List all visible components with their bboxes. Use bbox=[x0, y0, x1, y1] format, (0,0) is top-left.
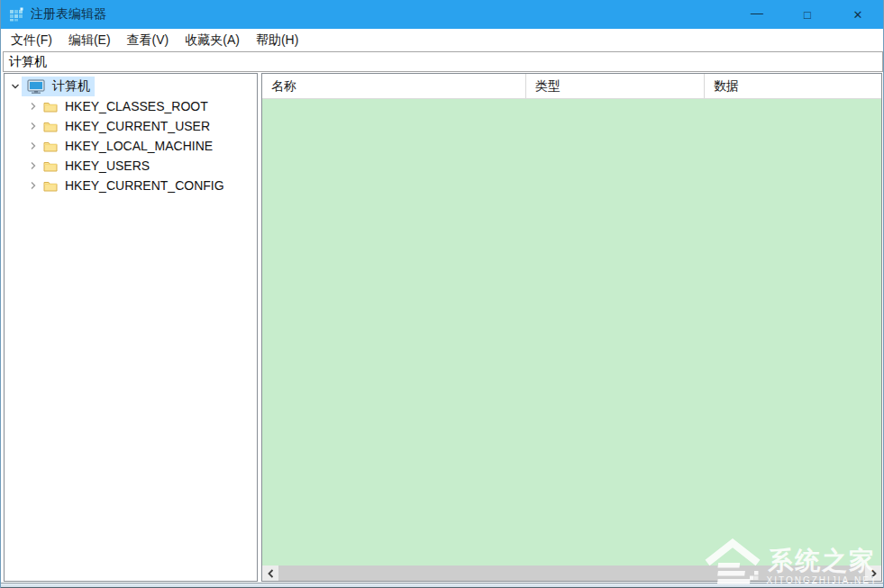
tree-node-label: HKEY_CLASSES_ROOT bbox=[62, 97, 211, 115]
tree-node-label: HKEY_CURRENT_USER bbox=[62, 117, 213, 135]
tree-node-hkey-local-machine[interactable]: HKEY_LOCAL_MACHINE bbox=[5, 136, 257, 156]
tree-node-label: 计算机 bbox=[50, 77, 93, 95]
scroll-left-button[interactable] bbox=[262, 565, 278, 581]
tree-node-computer[interactable]: 计算机 bbox=[5, 77, 257, 96]
address-bar[interactable]: 计算机 bbox=[3, 51, 883, 72]
value-list-body[interactable] bbox=[262, 99, 881, 565]
folder-icon bbox=[43, 160, 58, 172]
registry-editor-window: 注册表编辑器 — □ ✕ 文件(F) 编辑(E) 查看(V) 收藏夹(A) 帮助… bbox=[0, 0, 884, 588]
window-controls: — □ ✕ bbox=[732, 0, 883, 29]
chevron-right-icon[interactable] bbox=[27, 102, 40, 111]
chevron-left-icon bbox=[268, 569, 274, 578]
folder-icon bbox=[43, 140, 58, 152]
close-button[interactable]: ✕ bbox=[833, 0, 883, 29]
tree-node-label: HKEY_LOCAL_MACHINE bbox=[62, 137, 215, 155]
chevron-right-icon[interactable] bbox=[27, 181, 40, 190]
folder-icon bbox=[43, 121, 58, 132]
minimize-button[interactable]: — bbox=[732, 0, 782, 29]
tree-node-label: HKEY_USERS bbox=[62, 157, 152, 175]
list-column-headers: 名称 类型 数据 bbox=[262, 74, 881, 99]
menu-favorites[interactable]: 收藏夹(A) bbox=[177, 30, 248, 51]
menu-file[interactable]: 文件(F) bbox=[3, 30, 60, 51]
horizontal-scrollbar[interactable] bbox=[262, 565, 881, 581]
chevron-right-icon[interactable] bbox=[27, 141, 40, 150]
window-title: 注册表编辑器 bbox=[31, 6, 732, 23]
column-header-type[interactable]: 类型 bbox=[526, 74, 705, 98]
folder-icon bbox=[43, 180, 58, 192]
chevron-right-icon[interactable] bbox=[27, 122, 40, 131]
tree-node-hkey-current-user[interactable]: HKEY_CURRENT_USER bbox=[5, 116, 257, 136]
menu-bar: 文件(F) 编辑(E) 查看(V) 收藏夹(A) 帮助(H) bbox=[1, 29, 883, 51]
column-header-data[interactable]: 数据 bbox=[705, 74, 881, 98]
window-bottom-frame bbox=[1, 583, 883, 588]
registry-app-icon bbox=[9, 7, 23, 22]
scroll-right-button[interactable] bbox=[865, 565, 881, 581]
chevron-down-icon[interactable] bbox=[9, 82, 22, 91]
value-list-panel: 名称 类型 数据 bbox=[261, 73, 882, 582]
column-header-name[interactable]: 名称 bbox=[262, 74, 526, 98]
menu-view[interactable]: 查看(V) bbox=[119, 30, 178, 51]
main-content: 计算机 HKEY_CLASSES_ROOT bbox=[1, 72, 884, 583]
registry-tree-panel: 计算机 HKEY_CLASSES_ROOT bbox=[4, 73, 258, 582]
chevron-right-icon bbox=[870, 569, 877, 578]
computer-icon bbox=[27, 79, 45, 94]
tree-node-hkey-classes-root[interactable]: HKEY_CLASSES_ROOT bbox=[5, 96, 257, 116]
menu-help[interactable]: 帮助(H) bbox=[248, 30, 306, 51]
folder-icon bbox=[43, 101, 58, 113]
tree-node-label: HKEY_CURRENT_CONFIG bbox=[62, 176, 227, 194]
title-bar: 注册表编辑器 — □ ✕ bbox=[1, 0, 883, 29]
tree-node-hkey-current-config[interactable]: HKEY_CURRENT_CONFIG bbox=[5, 176, 257, 195]
chevron-right-icon[interactable] bbox=[27, 161, 40, 170]
maximize-button[interactable]: □ bbox=[782, 0, 833, 29]
registry-tree: 计算机 HKEY_CLASSES_ROOT bbox=[5, 74, 257, 195]
tree-node-hkey-users[interactable]: HKEY_USERS bbox=[5, 156, 257, 176]
menu-edit[interactable]: 编辑(E) bbox=[60, 30, 119, 51]
